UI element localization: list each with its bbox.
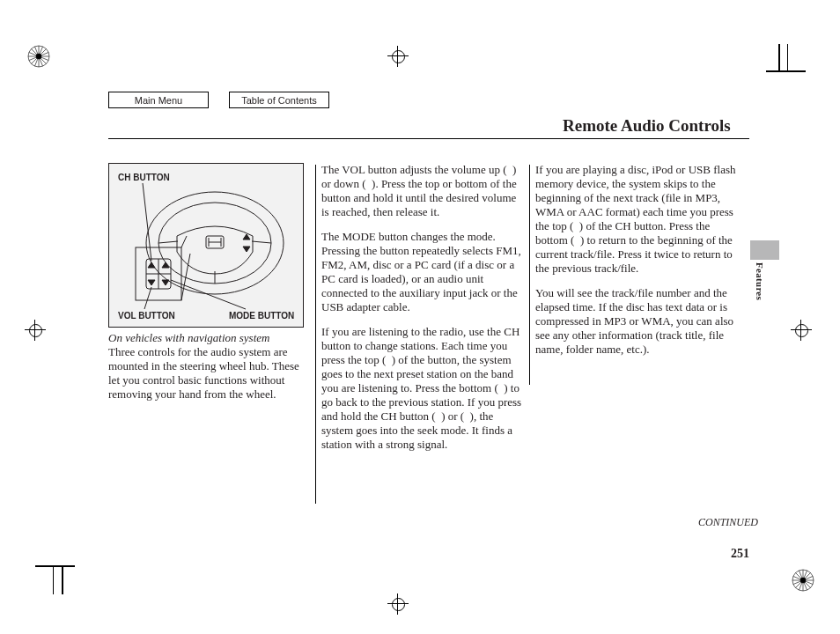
main-menu-button[interactable]: Main Menu xyxy=(108,92,209,108)
steering-wheel-icon xyxy=(109,164,303,327)
body-text: Three controls for the audio system are … xyxy=(108,345,311,402)
body-text: If you are listening to the radio, use t… xyxy=(321,325,524,452)
section-tab: Features xyxy=(755,262,765,300)
diagram-label-vol: VOL BUTTON xyxy=(118,311,175,321)
continued-label: CONTINUED xyxy=(698,516,758,529)
svg-line-28 xyxy=(144,287,151,309)
crop-mark-icon xyxy=(766,44,806,70)
registration-mark-icon xyxy=(26,44,51,69)
svg-line-30 xyxy=(181,236,187,247)
registration-mark-icon xyxy=(791,568,815,593)
crosshair-icon xyxy=(25,320,46,341)
body-text: The MODE button changes the mode. Pressi… xyxy=(321,230,524,314)
crosshair-icon xyxy=(387,593,409,615)
svg-line-27 xyxy=(143,183,151,261)
body-column-3: If you are playing a disc, iPod or USB f… xyxy=(535,163,738,367)
crosshair-icon xyxy=(387,46,409,67)
diagram-label-ch: CH BUTTON xyxy=(118,173,170,182)
column-divider xyxy=(529,165,530,385)
diagram-label-mode: MODE BUTTON xyxy=(229,311,294,321)
page-title: Remote Audio Controls xyxy=(563,116,731,136)
page: Main Menu Table of Contents Remote Audio… xyxy=(0,0,840,634)
title-rule xyxy=(108,138,749,139)
crosshair-icon xyxy=(791,320,812,341)
steering-wheel-diagram: CH BUTTON VOL BUTTON MODE BUTTON xyxy=(108,163,304,328)
page-number: 251 xyxy=(731,547,749,561)
body-column-2: The VOL button adjusts the volume up ( )… xyxy=(321,163,524,462)
body-text: If you are playing a disc, iPod or USB f… xyxy=(535,163,738,276)
nav-system-note: On vehicles with navigation system xyxy=(108,331,311,345)
body-text: The VOL button adjusts the volume up ( )… xyxy=(321,163,524,219)
table-of-contents-button[interactable]: Table of Contents xyxy=(229,92,329,108)
crop-mark-icon xyxy=(35,565,75,594)
svg-line-31 xyxy=(181,254,190,300)
body-column-1: On vehicles with navigation system Three… xyxy=(108,331,311,412)
body-text: You will see the track/file number and t… xyxy=(535,286,738,357)
section-tab-bg xyxy=(750,240,779,260)
column-divider xyxy=(315,165,316,504)
